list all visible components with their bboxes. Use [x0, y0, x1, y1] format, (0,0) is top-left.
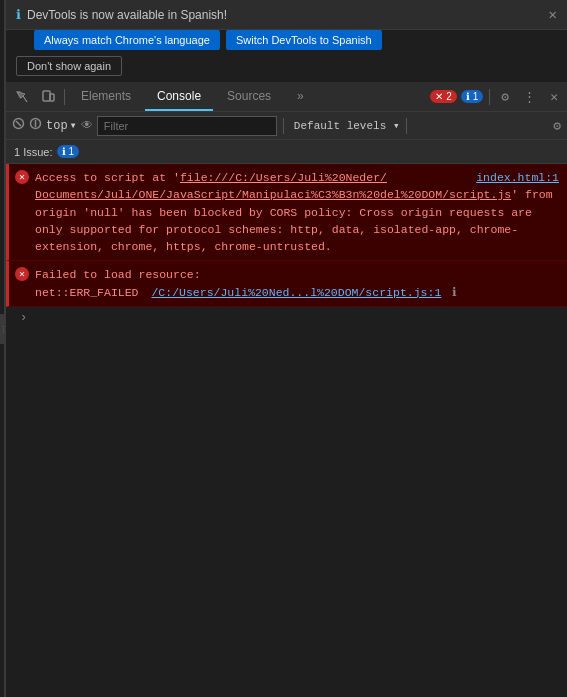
caret-icon: ›	[20, 311, 27, 325]
banner-text: DevTools is now available in Spanish!	[27, 8, 543, 22]
main-toolbar: Elements Console Sources » ✕ 2 ℹ 1 ⚙ ⋮ ✕	[6, 82, 567, 112]
levels-label: Default levels	[294, 120, 386, 132]
context-label: top	[46, 119, 68, 133]
settings-icon[interactable]: ⚙	[496, 86, 514, 108]
cors-error-line-ref[interactable]: index.html:1	[476, 169, 559, 186]
filter-input[interactable]	[97, 116, 277, 136]
stop-icon[interactable]	[29, 117, 42, 134]
levels-separator	[406, 118, 407, 134]
eye-icon[interactable]: 👁	[81, 118, 93, 133]
tab-sources[interactable]: Sources	[215, 82, 283, 111]
svg-line-3	[16, 121, 21, 126]
issues-badge[interactable]: ℹ 1	[57, 145, 80, 158]
levels-arrow: ▾	[393, 120, 400, 132]
match-language-button[interactable]: Always match Chrome's language	[34, 30, 220, 50]
info-badge[interactable]: ℹ 1	[461, 90, 484, 103]
side-resize-handle[interactable]: ···	[0, 314, 6, 344]
error-circle-1: ✕	[15, 170, 29, 184]
issues-count: 1	[69, 146, 75, 157]
toolbar-badges: ✕ 2 ℹ 1 ⚙ ⋮ ✕	[430, 86, 563, 108]
banner-action-buttons: Always match Chrome's language Switch De…	[6, 30, 567, 56]
issues-icon: ℹ	[62, 146, 66, 157]
info-banner: ℹ DevTools is now available in Spanish! …	[6, 0, 567, 30]
filter-separator	[283, 118, 284, 134]
tab-elements[interactable]: Elements	[69, 82, 143, 111]
console-input-line[interactable]: ›	[6, 307, 567, 329]
cors-error-file-link[interactable]: file:///C:/Users/Juli%20Neder/	[180, 171, 387, 184]
console-toolbar: top ▾ 👁 Default levels ▾ ⚙	[6, 112, 567, 140]
tab-more[interactable]: »	[285, 82, 316, 111]
issues-bar: 1 Issue: ℹ 1	[6, 140, 567, 164]
error-icon-small: ✕	[435, 91, 443, 102]
device-toolbar-icon[interactable]	[36, 87, 60, 107]
cors-error-full-path[interactable]: Documents/Juli/ONE/JavaScript/Manipulaci…	[35, 188, 511, 201]
close-devtools-icon[interactable]: ✕	[545, 86, 563, 108]
info-count: 1	[473, 91, 479, 102]
error-badge[interactable]: ✕ 2	[430, 90, 457, 103]
cors-error-prefix: Access to script at '	[35, 171, 180, 184]
resize-dots: ···	[0, 324, 8, 332]
svg-rect-1	[50, 94, 54, 101]
switch-language-button[interactable]: Switch DevTools to Spanish	[226, 30, 382, 50]
issues-label: 1 Issue:	[14, 146, 53, 158]
dont-show-button[interactable]: Don't show again	[16, 56, 122, 76]
dropdown-arrow: ▾	[70, 118, 77, 133]
failed-load-file-ref[interactable]: /C:/Users/Juli%20Ned...l%20DOM/script.js…	[151, 286, 441, 299]
info-icon-small: ℹ	[466, 91, 470, 102]
toolbar-separator	[64, 89, 65, 105]
failed-load-error-block: ✕ Failed to load resource:net::ERR_FAILE…	[6, 261, 567, 307]
error-circle-2: ✕	[15, 267, 29, 281]
svg-rect-0	[43, 91, 50, 101]
inspect-icon[interactable]	[10, 87, 34, 107]
context-selector[interactable]: top ▾	[46, 118, 77, 133]
error-count: 2	[446, 91, 452, 102]
console-settings-icon[interactable]: ⚙	[553, 118, 561, 134]
close-banner-button[interactable]: ✕	[549, 6, 557, 23]
cors-error-block: ✕ index.html:1 Access to script at 'file…	[6, 164, 567, 261]
tab-console[interactable]: Console	[145, 82, 213, 111]
levels-dropdown[interactable]: Default levels ▾	[294, 119, 400, 132]
info-circle-icon[interactable]: ℹ	[452, 286, 457, 299]
more-options-icon[interactable]: ⋮	[518, 86, 541, 108]
console-output: ✕ index.html:1 Access to script at 'file…	[6, 164, 567, 697]
toolbar-separator-2	[489, 89, 490, 105]
clear-console-icon[interactable]	[12, 117, 25, 134]
info-icon: ℹ	[16, 7, 21, 23]
